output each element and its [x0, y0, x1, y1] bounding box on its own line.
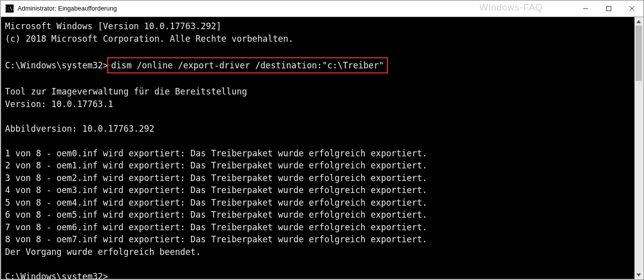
scroll-down-icon[interactable]: [634, 270, 643, 279]
output-line: 5 von 8 - oem4.inf wird exportiert: Das …: [5, 198, 427, 208]
prompt-prefix: C:\Windows\system32>: [5, 60, 108, 70]
output-line: Version: 10.0.17763.1: [5, 99, 113, 109]
svg-rect-0: [607, 7, 611, 11]
maximize-button[interactable]: [597, 1, 620, 17]
command-prompt-window: C:\. Administrator: Eingabeaufforderung …: [0, 0, 644, 280]
window-title: Administrator: Eingabeaufforderung: [18, 5, 117, 12]
minimize-button[interactable]: [574, 1, 597, 17]
scroll-up-icon[interactable]: [634, 17, 643, 26]
terminal-output[interactable]: Microsoft Windows [Version 10.0.17763.29…: [1, 17, 634, 279]
output-line: 6 von 8 - oem5.inf wird exportiert: Das …: [5, 210, 427, 220]
prompt-prefix: C:\Windows\system32>: [5, 271, 108, 279]
cmd-icon: C:\.: [6, 5, 14, 13]
titlebar[interactable]: C:\. Administrator: Eingabeaufforderung …: [1, 1, 643, 17]
output-line: Der Vorgang wurde erfolgreich beendet.: [5, 247, 201, 257]
scroll-thumb[interactable]: [635, 26, 642, 81]
output-line: 7 von 8 - oem6.inf wird exportiert: Das …: [5, 222, 427, 232]
window-controls: [574, 1, 643, 17]
scroll-track[interactable]: [634, 26, 643, 270]
highlighted-command: dism /online /export-driver /destination…: [107, 57, 388, 73]
output-line: 3 von 8 - oem2.inf wird exportiert: Das …: [5, 173, 427, 183]
output-line: 1 von 8 - oem0.inf wird exportiert: Das …: [5, 148, 427, 158]
output-line: (c) 2018 Microsoft Corporation. Alle Rec…: [5, 34, 293, 44]
output-line: Abbildversion: 10.0.17763.292: [5, 124, 154, 134]
output-line: Microsoft Windows [Version 10.0.17763.29…: [5, 21, 221, 31]
output-line: 2 von 8 - oem1.inf wird exportiert: Das …: [5, 160, 427, 170]
output-line: Tool zur Imageverwaltung für die Bereits…: [5, 86, 247, 97]
watermark-text: Windows-FAQ: [479, 3, 543, 13]
vertical-scrollbar[interactable]: [634, 17, 643, 279]
cursor: [108, 279, 113, 279]
output-line: 8 von 8 - oem7.inf wird exportiert: Das …: [5, 234, 427, 244]
output-line: 4 von 8 - oem3.inf wird exportiert: Das …: [5, 185, 427, 195]
close-button[interactable]: [620, 1, 643, 17]
terminal-area: Microsoft Windows [Version 10.0.17763.29…: [1, 17, 643, 279]
